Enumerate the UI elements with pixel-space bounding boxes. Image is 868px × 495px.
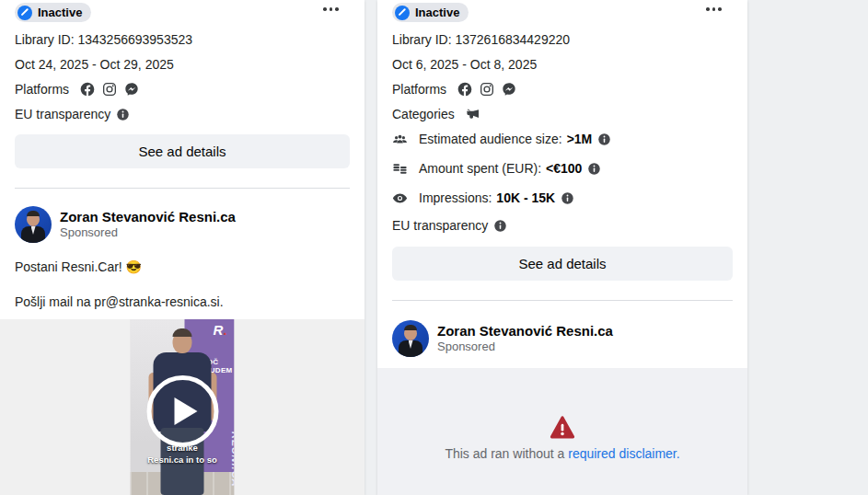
video-caption: stranke Resni.ca in to so	[131, 442, 235, 466]
amount-spent-row: Amount spent (EUR): <€100	[392, 159, 733, 178]
ad-media-area: R. MOČ LJUDEM RESNI.CA stranke Resni.ca …	[0, 319, 365, 495]
ad-body-line2: Pošlji mail na pr@stranka-resnica.si.	[0, 293, 365, 311]
instagram-icon	[102, 82, 117, 97]
inactive-status-icon	[395, 6, 410, 20]
ad-preview-area: This ad ran without a required disclaime…	[377, 368, 747, 495]
facebook-icon	[457, 82, 472, 97]
money-stacks-icon	[392, 161, 408, 177]
info-icon[interactable]	[561, 191, 574, 205]
advertiser-name: Zoran Stevanović Resni.ca	[437, 323, 613, 340]
divider	[15, 188, 350, 189]
sponsored-label: Sponsored	[437, 340, 613, 354]
library-id: Library ID: 1343256693953523	[15, 30, 350, 49]
info-icon[interactable]	[493, 219, 507, 233]
status-badge: Inactive	[15, 3, 91, 22]
platforms-row: Platforms	[15, 80, 350, 98]
avatar	[392, 320, 429, 357]
video-thumbnail[interactable]: R. MOČ LJUDEM RESNI.CA stranke Resni.ca …	[131, 319, 235, 495]
messenger-icon	[502, 82, 516, 97]
status-badge: Inactive	[392, 3, 469, 22]
avatar	[15, 206, 52, 243]
disclaimer-warning-text: This ad ran without a required disclaime…	[445, 446, 679, 461]
banner-logo: R.	[213, 322, 226, 338]
advertiser-name: Zoran Stevanović Resni.ca	[60, 209, 236, 225]
status-label: Inactive	[415, 6, 459, 18]
date-range: Oct 24, 2025 - Oct 29, 2025	[15, 55, 350, 74]
megaphone-icon	[466, 107, 480, 121]
advertiser-profile: Zoran Stevanović Resni.ca Sponsored	[0, 206, 365, 243]
info-icon[interactable]	[587, 162, 601, 176]
required-disclaimer-link[interactable]: required disclaimer.	[568, 446, 679, 461]
ad-card-right: Inactive Library ID: 1372616834429220 Oc…	[377, 0, 747, 495]
platforms-row: Platforms	[392, 80, 733, 98]
advertiser-profile: Zoran Stevanović Resni.ca Sponsored	[377, 320, 747, 357]
see-ad-details-button[interactable]: See ad details	[15, 134, 350, 168]
card-header: Inactive	[0, 0, 365, 23]
warning-triangle-icon	[549, 414, 576, 442]
messenger-icon	[124, 82, 139, 97]
date-range: Oct 6, 2025 - Oct 8, 2025	[392, 55, 733, 74]
audience-size-row: Estimated audience size: >1M	[392, 130, 733, 148]
categories-row: Categories	[392, 105, 733, 123]
see-ad-details-button[interactable]: See ad details	[392, 247, 733, 281]
eu-transparency-row: EU transparency	[15, 105, 350, 123]
eye-icon	[392, 190, 408, 206]
inactive-status-icon	[17, 6, 32, 20]
info-icon[interactable]	[597, 132, 611, 146]
ad-body-line1: Postani Resni.Car! 😎	[0, 258, 365, 276]
more-options-icon[interactable]	[321, 6, 341, 13]
more-options-icon[interactable]	[704, 6, 723, 13]
instagram-icon	[480, 82, 494, 97]
play-button-icon[interactable]	[146, 375, 218, 447]
impressions-row: Impressions: 10K - 15K	[392, 189, 733, 207]
audience-icon	[392, 132, 408, 147]
info-icon[interactable]	[116, 108, 130, 121]
divider	[392, 300, 733, 301]
ad-card-left: Inactive Library ID: 1343256693953523 Oc…	[0, 0, 365, 495]
facebook-icon	[80, 82, 95, 97]
eu-transparency-row: EU transparency	[392, 216, 733, 235]
sponsored-label: Sponsored	[60, 225, 236, 240]
library-id: Library ID: 1372616834429220	[392, 30, 733, 49]
card-header: Inactive	[377, 0, 747, 23]
status-label: Inactive	[38, 6, 82, 18]
